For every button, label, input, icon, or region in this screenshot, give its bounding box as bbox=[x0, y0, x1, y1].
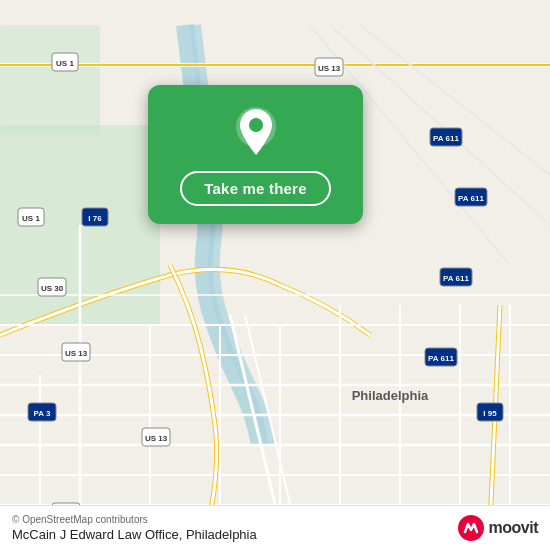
svg-text:PA 611: PA 611 bbox=[428, 354, 454, 363]
svg-text:PA 611: PA 611 bbox=[458, 194, 484, 203]
svg-text:US 1: US 1 bbox=[22, 214, 40, 223]
svg-text:I 95: I 95 bbox=[483, 409, 497, 418]
svg-text:US 13: US 13 bbox=[65, 349, 88, 358]
svg-rect-1 bbox=[0, 25, 100, 135]
svg-text:US 1: US 1 bbox=[56, 59, 74, 68]
svg-line-5 bbox=[360, 25, 550, 175]
copyright-text: © OpenStreetMap contributors bbox=[12, 514, 257, 525]
card-overlay: Take me there bbox=[148, 85, 363, 224]
bottom-bar: © OpenStreetMap contributors McCain J Ed… bbox=[0, 505, 550, 550]
map-container: US 1 US 1 I 76 US 30 PA 611 PA 611 PA 61… bbox=[0, 0, 550, 550]
svg-text:US 30: US 30 bbox=[41, 284, 64, 293]
moovit-logo: moovit bbox=[457, 514, 538, 542]
svg-text:PA 611: PA 611 bbox=[433, 134, 459, 143]
map-svg: US 1 US 1 I 76 US 30 PA 611 PA 611 PA 61… bbox=[0, 0, 550, 550]
take-me-there-button[interactable]: Take me there bbox=[180, 171, 330, 206]
svg-point-58 bbox=[249, 118, 263, 132]
svg-text:PA 611: PA 611 bbox=[443, 274, 469, 283]
bottom-left: © OpenStreetMap contributors McCain J Ed… bbox=[12, 514, 257, 542]
svg-text:Philadelphia: Philadelphia bbox=[352, 388, 429, 403]
moovit-icon bbox=[457, 514, 485, 542]
svg-text:US 13: US 13 bbox=[318, 64, 341, 73]
svg-text:I 76: I 76 bbox=[88, 214, 102, 223]
svg-line-4 bbox=[330, 25, 550, 225]
svg-line-24 bbox=[230, 315, 280, 525]
location-name: McCain J Edward Law Office, Philadelphia bbox=[12, 527, 257, 542]
moovit-wordmark: moovit bbox=[489, 519, 538, 537]
location-pin-icon bbox=[229, 105, 283, 159]
svg-text:US 13: US 13 bbox=[145, 434, 168, 443]
svg-text:PA 3: PA 3 bbox=[34, 409, 51, 418]
